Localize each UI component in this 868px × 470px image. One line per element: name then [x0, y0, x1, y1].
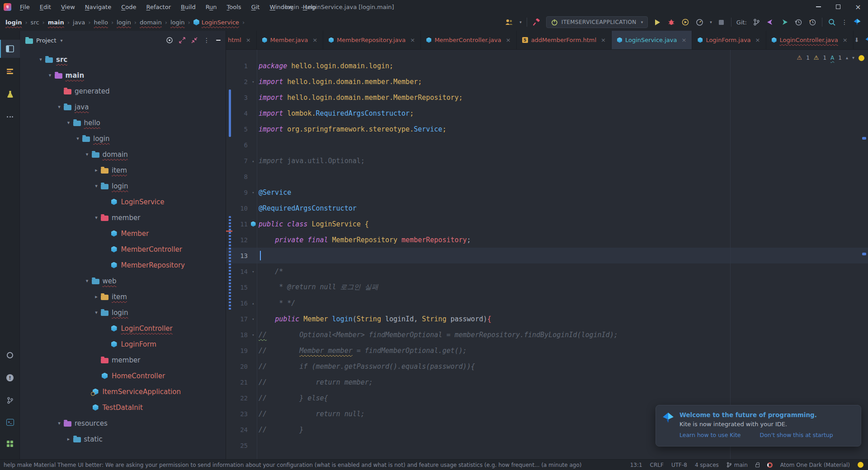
code-line-18[interactable]: 18▾// Optional<Member> findMemberOptiona…	[226, 327, 868, 343]
tree-item-testdatainit[interactable]: TestDataInit	[20, 400, 226, 415]
chevron-down-icon[interactable]: ▾	[83, 151, 92, 157]
tree-item-item[interactable]: ▸item	[20, 289, 226, 305]
chevron-down-icon[interactable]: ▾	[36, 56, 45, 62]
file-encoding[interactable]: UTF-8	[671, 462, 687, 468]
rollback-icon[interactable]	[808, 18, 817, 27]
run-with-coverage-button[interactable]	[681, 18, 690, 27]
menu-code[interactable]: Code	[117, 2, 140, 12]
tab-addmemberform-html[interactable]: 5addMemberForm.html×	[517, 31, 612, 49]
project-tool-button[interactable]	[0, 40, 20, 58]
menu-edit[interactable]: Edit	[36, 2, 55, 12]
kite-status-icon[interactable]	[859, 55, 864, 61]
close-tab-icon[interactable]: ×	[843, 37, 848, 43]
chevron-right-icon[interactable]: ▸	[92, 294, 101, 300]
terminal-tool-button[interactable]: >_	[0, 413, 20, 431]
history-icon[interactable]	[794, 18, 803, 27]
menu-navigate[interactable]: Navigate	[81, 2, 115, 12]
breadcrumb-item[interactable]: domain	[140, 19, 162, 26]
fold-marker[interactable]: ▾	[252, 269, 254, 274]
chevron-down-icon[interactable]: ▾	[519, 20, 522, 24]
tree-item-web[interactable]: ▾web	[20, 273, 226, 289]
code-line-9[interactable]: 9▾@Service	[226, 184, 868, 200]
breadcrumb-item[interactable]: java	[73, 19, 85, 26]
close-tab-icon[interactable]: ×	[312, 37, 317, 43]
menu-refactor[interactable]: Refactor	[142, 2, 175, 12]
tree-item-domain[interactable]: ▾domain	[20, 146, 226, 162]
tree-item-logincontroller[interactable]: LoginController	[20, 320, 226, 336]
kite-icon[interactable]	[865, 36, 868, 44]
code-line-1[interactable]: 1package hello.login.domain.login;	[226, 58, 868, 74]
prev-problem-icon[interactable]: ▴	[846, 55, 848, 60]
tab-html[interactable]: html×	[226, 31, 257, 49]
git-branch-widget[interactable]: main	[726, 462, 748, 468]
chevron-down-icon[interactable]: ▾	[92, 183, 101, 189]
expand-all-icon[interactable]	[179, 37, 185, 43]
code-line-8[interactable]: 8	[226, 169, 868, 184]
code-area[interactable]: 1package hello.login.domain.login;2▾impo…	[226, 58, 868, 453]
close-tab-icon[interactable]: ×	[246, 37, 251, 43]
search-everywhere-icon[interactable]	[827, 18, 836, 27]
lock-icon[interactable]	[755, 464, 760, 467]
line-separator[interactable]: CRLF	[650, 462, 664, 468]
editor[interactable]: 1package hello.login.domain.login;2▾impo…	[226, 50, 868, 459]
tree-item-login[interactable]: ▾login	[20, 178, 226, 194]
run-configuration-select[interactable]: ITEMSERVICEAPPLICATION ▾	[546, 16, 648, 28]
chevron-down-icon[interactable]: ▾	[55, 104, 64, 110]
hide-panel-icon[interactable]	[216, 38, 221, 43]
code-line-19[interactable]: 19// Member member = findMemberOptional.…	[226, 343, 868, 358]
tab-loginservice-java[interactable]: LoginService.java×	[612, 31, 692, 49]
tree-item-hello[interactable]: ▾hello	[20, 115, 226, 131]
chevron-down-icon[interactable]: ▾	[83, 278, 92, 284]
menu-file[interactable]: File	[16, 2, 34, 12]
tree-item-member[interactable]: Member	[20, 226, 226, 241]
code-line-5[interactable]: 5import org.springframework.stereotype.S…	[226, 121, 868, 137]
menu-view[interactable]: View	[57, 2, 79, 12]
fold-marker[interactable]: ▴	[252, 301, 254, 306]
tab-member-java[interactable]: Member.java×	[257, 31, 324, 49]
close-tab-icon[interactable]: ×	[601, 37, 606, 43]
menu-build[interactable]: Build	[177, 2, 200, 12]
code-line-2[interactable]: 2▾import hello.login.domain.member.Membe…	[226, 74, 868, 89]
git-branch-icon[interactable]	[752, 18, 761, 27]
theme-name[interactable]: Atom One Dark (Material)	[780, 462, 850, 468]
kite-icon[interactable]	[858, 462, 863, 468]
code-line-21[interactable]: 21// return member;	[226, 374, 868, 390]
breadcrumb-item[interactable]: login	[170, 19, 185, 26]
fold-marker[interactable]: ▾	[252, 190, 254, 195]
tree-item-login[interactable]: ▾login	[20, 131, 226, 146]
tree-item-src[interactable]: ▾src	[20, 52, 226, 67]
tree-item-member[interactable]: ▾member	[20, 210, 226, 226]
code-line-7[interactable]: 7▴import java.util.Optional;	[226, 153, 868, 169]
git-tool-button[interactable]	[0, 391, 20, 409]
breadcrumb-item[interactable]: main	[48, 19, 64, 26]
indent-setting[interactable]: 4 spaces	[695, 462, 719, 468]
chevron-right-icon[interactable]: ▸	[92, 167, 101, 173]
fold-marker[interactable]: ▾	[252, 80, 254, 84]
chevron-down-icon[interactable]: ▾	[73, 136, 82, 141]
tree-item-generated[interactable]: generated	[20, 83, 226, 99]
tree-item-loginform[interactable]: LoginForm	[20, 336, 226, 352]
tree-item-main[interactable]: ▾main	[20, 67, 226, 83]
code-line-14[interactable]: 14▾ /*	[226, 263, 868, 279]
kite-dismiss-link[interactable]: Don't show this at startup	[760, 432, 833, 438]
code-line-12[interactable]: 12 private final MemberRepository member…	[226, 232, 868, 248]
fold-marker[interactable]: ▾	[252, 333, 254, 337]
close-tab-icon[interactable]: ×	[506, 37, 511, 43]
chevron-down-icon[interactable]: ▾	[46, 72, 55, 78]
code-with-me-icon[interactable]	[505, 18, 514, 27]
chevron-right-icon[interactable]: ▸	[64, 436, 73, 442]
chevron-down-icon[interactable]: ▾	[92, 215, 101, 221]
tree-item-java[interactable]: ▾java	[20, 99, 226, 115]
code-line-13[interactable]: 13	[226, 248, 868, 263]
more-tool-windows-icon[interactable]	[0, 108, 20, 126]
build-hammer-icon[interactable]	[532, 18, 541, 27]
cursor-position[interactable]: 13:1	[630, 462, 642, 468]
git-update-icon[interactable]	[766, 18, 775, 27]
close-tab-icon[interactable]: ×	[681, 37, 686, 43]
chevron-down-icon[interactable]: ▾	[60, 38, 62, 43]
code-line-16[interactable]: 16▴ * */	[226, 295, 868, 311]
ring-tool-button[interactable]	[0, 346, 20, 364]
panel-options-icon[interactable]: ⋮	[203, 37, 210, 44]
inspections-widget[interactable]: ⚠ 1 ⚠ 1 A 1 ▴ ▾	[797, 54, 854, 61]
chevron-down-icon[interactable]: ▾	[64, 120, 73, 126]
